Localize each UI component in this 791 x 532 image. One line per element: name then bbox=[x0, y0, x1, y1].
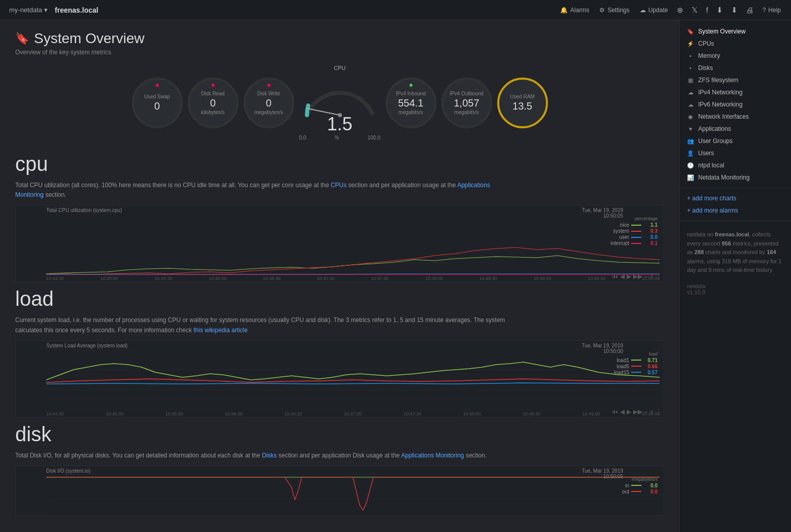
load-chart-minus[interactable]: − bbox=[644, 408, 648, 415]
sidebar-add-charts[interactable]: + add more charts bbox=[680, 192, 791, 204]
load-chart-back[interactable]: ◀ bbox=[620, 408, 625, 415]
legend-interrupt-color bbox=[631, 243, 641, 244]
github-icon-button[interactable]: ⊕ bbox=[673, 0, 687, 20]
sidebar-label-user-groups: User Groups bbox=[698, 137, 733, 145]
gauge-disk-read-unit: kilobytes/s bbox=[201, 110, 225, 115]
legend-nice-value: 1.1 bbox=[643, 222, 658, 228]
sidebar-label-applications: Applications bbox=[698, 125, 731, 132]
sidebar-info-charts: 288 bbox=[695, 249, 704, 255]
disk-disks-link[interactable]: Disks bbox=[262, 452, 277, 459]
brand-dropdown[interactable]: my-netdata ▾ bbox=[5, 6, 52, 14]
sidebar-add-alarms[interactable]: + add more alarms bbox=[680, 204, 791, 217]
legend-load1-value: 0.71 bbox=[643, 358, 658, 363]
gauge-cpu-min: 0.0 bbox=[299, 135, 306, 140]
legend-disk-in-color bbox=[631, 485, 641, 486]
sidebar-item-ntpd[interactable]: 🕐 ntpd local bbox=[680, 159, 791, 171]
sidebar-item-user-groups[interactable]: 👥 User Groups bbox=[680, 135, 791, 147]
gauge-disk-write: Disk Write 0 megabytes/s bbox=[244, 78, 294, 128]
sidebar-item-netdata-monitoring[interactable]: 📊 Netdata Monitoring bbox=[680, 171, 791, 184]
cpu-chart-back[interactable]: ◀ bbox=[620, 273, 625, 280]
facebook-icon-button[interactable]: f bbox=[702, 0, 712, 20]
load-chart-more[interactable]: ⋮ bbox=[656, 408, 662, 415]
download2-icon-button[interactable]: ⬇ bbox=[727, 0, 742, 20]
sidebar: 🔖 System Overview ⚡ CPUs ▪ Memory ▪ Disk… bbox=[679, 20, 791, 532]
cpu-chart-rewind[interactable]: ⏮ bbox=[612, 273, 618, 280]
gauge-used-swap-circle: Used Swap 0 bbox=[132, 78, 183, 128]
gauge-disk-read-label: Disk Read bbox=[201, 91, 224, 96]
sidebar-label-ipv6: IPv6 Networking bbox=[698, 101, 742, 108]
settings-gear-icon: ⚙ bbox=[599, 7, 605, 14]
sidebar-item-cpus[interactable]: ⚡ CPUs bbox=[680, 38, 791, 50]
download1-icon-button[interactable]: ⬇ bbox=[712, 0, 727, 20]
sidebar-item-ipv6[interactable]: ☁ IPv6 Networking bbox=[680, 98, 791, 111]
sidebar-icon-disks: ▪ bbox=[687, 65, 694, 71]
svg-point-1 bbox=[338, 113, 342, 117]
update-button[interactable]: ☁ Update bbox=[635, 0, 673, 20]
sidebar-label-ntpd: ntpd local bbox=[698, 162, 724, 169]
sidebar-info-metrics: 956 bbox=[721, 240, 731, 246]
twitter-icon-button[interactable]: 𝕏 bbox=[687, 0, 702, 20]
sidebar-item-applications[interactable]: ♥ Applications bbox=[680, 123, 791, 135]
legend-nice: nice 1.1 bbox=[610, 222, 658, 228]
sidebar-item-users[interactable]: 👤 Users bbox=[680, 147, 791, 159]
gauge-cpu-arc bbox=[299, 72, 381, 118]
load-chart-legend: load load1 0.71 load5 0.66 load15 bbox=[614, 351, 658, 376]
load-chart-plus[interactable]: + bbox=[650, 408, 654, 415]
sidebar-item-disks[interactable]: ▪ Disks bbox=[680, 62, 791, 74]
sidebar-item-system-overview[interactable]: 🔖 System Overview bbox=[680, 25, 791, 38]
cpu-chart-minus[interactable]: − bbox=[644, 273, 648, 280]
sidebar-label-ipv4: IPv4 Networking bbox=[698, 89, 742, 96]
disk-apps-link[interactable]: Applications Monitoring bbox=[401, 452, 464, 459]
disk-section-desc: Total Disk I/O, for all physical disks. … bbox=[15, 451, 512, 460]
cpu-chart-controls: ⏮ ◀ ▶ ▶▶ − + ⋮ bbox=[612, 273, 662, 280]
cpu-chart-play[interactable]: ▶ bbox=[627, 273, 631, 280]
page-title: System Overview bbox=[34, 30, 145, 47]
cpu-cpus-link[interactable]: CPUs bbox=[331, 182, 347, 189]
load-wiki-link[interactable]: this wikipedia article bbox=[194, 327, 248, 334]
cpu-chart-more[interactable]: ⋮ bbox=[656, 273, 662, 280]
cpu-chart-plus[interactable]: + bbox=[650, 273, 654, 280]
cpu-chart-svg bbox=[46, 214, 660, 275]
sidebar-icon-system-overview: 🔖 bbox=[687, 28, 694, 35]
help-icon: ? bbox=[763, 7, 766, 14]
sidebar-icon-users: 👤 bbox=[687, 150, 694, 157]
legend-load15-color bbox=[631, 372, 641, 373]
legend-system: system 0.3 bbox=[610, 228, 658, 234]
gauge-ipv4-inbound-label: IPv4 Inbound bbox=[396, 91, 426, 96]
gauge-ipv4-inbound-value: 554.1 bbox=[398, 97, 423, 109]
cpu-chart-forward[interactable]: ▶▶ bbox=[633, 273, 642, 280]
load-chart-play[interactable]: ▶ bbox=[627, 408, 631, 415]
sidebar-item-zfs[interactable]: ▦ ZFS filesystem bbox=[680, 74, 791, 86]
gauge-used-ram-circle: Used RAM 13.5 bbox=[497, 78, 548, 128]
gauge-ipv4-inbound-unit: megabits/s bbox=[398, 110, 423, 115]
gauge-used-swap-label: Used Swap bbox=[144, 94, 170, 99]
sidebar-info-hostname: freenas.local bbox=[715, 231, 749, 237]
load-chart-container: System Load Average (system.load) Tue, M… bbox=[15, 340, 664, 418]
legend-system-color bbox=[631, 231, 641, 232]
gauge-cpu-label: CPU bbox=[334, 65, 346, 71]
disk-chart-container: Disk I/O (system.io) Tue, Mar 19, 2019 1… bbox=[15, 466, 664, 516]
sidebar-item-ipv4[interactable]: ☁ IPv4 Networking bbox=[680, 86, 791, 98]
cpu-section-desc: Total CPU utilization (all cores). 100% … bbox=[15, 181, 512, 200]
legend-disk-in-value: 0.0 bbox=[643, 483, 658, 488]
legend-load5-value: 0.66 bbox=[643, 364, 658, 369]
cpu-chart-inner: 100.0 80.0 60.0 40.0 20.0 0.0 percentage bbox=[46, 214, 660, 275]
top-navigation: my-netdata ▾ freenas.local 🔔 Alarms ⚙ Se… bbox=[0, 0, 791, 20]
sidebar-brand-name: netdata bbox=[687, 283, 784, 289]
load-chart-forward[interactable]: ▶▶ bbox=[633, 408, 642, 415]
help-button[interactable]: ? Help bbox=[758, 0, 786, 20]
sidebar-info-alarms: 184 bbox=[767, 249, 776, 255]
print-icon-button[interactable]: 🖨 bbox=[742, 0, 758, 20]
sidebar-item-network-interfaces[interactable]: ◉ Network Interfaces bbox=[680, 111, 791, 123]
sidebar-item-memory[interactable]: ▪ Memory bbox=[680, 50, 791, 62]
load-chart-svg bbox=[46, 349, 660, 410]
load-chart-rewind[interactable]: ⏮ bbox=[612, 408, 618, 415]
legend-interrupt-value: 0.1 bbox=[643, 240, 658, 246]
gauge-used-ram-label: Used RAM bbox=[510, 94, 534, 99]
alarms-button[interactable]: 🔔 Alarms bbox=[555, 0, 594, 20]
settings-button[interactable]: ⚙ Settings bbox=[594, 0, 634, 20]
legend-nice-color bbox=[631, 225, 641, 226]
load-legend-label: load bbox=[614, 351, 658, 357]
sidebar-icon-ipv4: ☁ bbox=[687, 89, 694, 96]
cpu-legend-label: percentage bbox=[610, 216, 658, 221]
